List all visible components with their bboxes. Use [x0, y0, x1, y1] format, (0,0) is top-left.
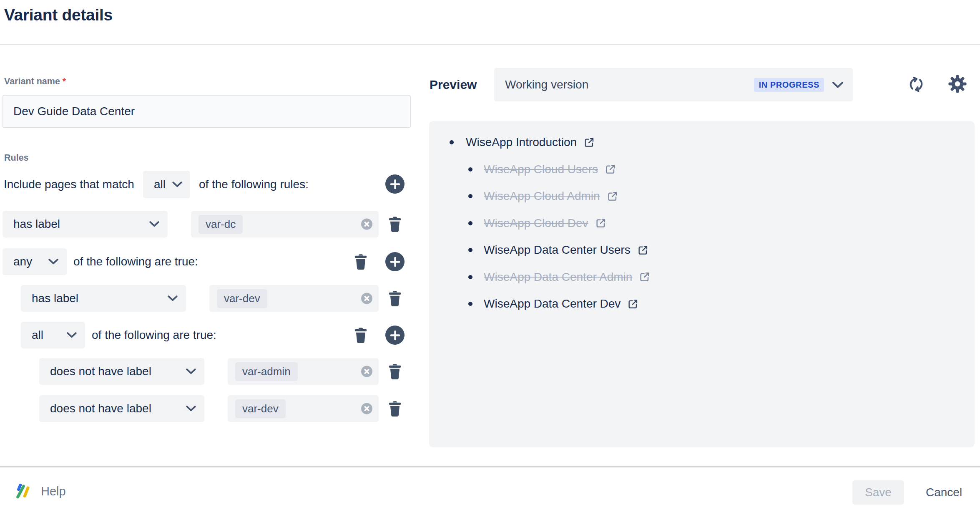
- trash-icon: [388, 400, 402, 418]
- external-link-icon[interactable]: [607, 191, 618, 202]
- bullet-icon: [468, 248, 472, 252]
- rule-group-row: any of the following are true:: [0, 248, 417, 275]
- required-asterisk: *: [63, 76, 66, 86]
- delete-rule-button[interactable]: [387, 215, 402, 234]
- clear-value-button[interactable]: [361, 403, 372, 414]
- external-link-icon[interactable]: [595, 217, 606, 229]
- refresh-icon: [907, 76, 925, 93]
- include-suffix-text: of the following rules:: [199, 178, 309, 191]
- preview-page-item: WiseApp Cloud Admin: [429, 183, 975, 210]
- group-text: of the following are true:: [73, 255, 198, 268]
- footer-divider: [0, 466, 980, 467]
- add-rule-button[interactable]: [385, 174, 405, 194]
- preview-settings-button[interactable]: [947, 74, 967, 94]
- external-link-icon[interactable]: [639, 271, 650, 283]
- external-link-icon[interactable]: [583, 137, 595, 148]
- version-select[interactable]: Working version IN PROGRESS: [494, 68, 853, 101]
- add-nested-rule-button[interactable]: [385, 326, 405, 345]
- bullet-icon: [468, 167, 472, 172]
- group-text: of the following are true:: [92, 328, 216, 342]
- bullet-icon: [468, 221, 472, 225]
- delete-rule-button[interactable]: [387, 400, 402, 418]
- rule-row: does not have label var-dev: [0, 395, 417, 422]
- plus-icon: [390, 331, 400, 340]
- label-tag: var-dc: [199, 215, 243, 234]
- bullet-icon: [450, 140, 454, 144]
- preview-page-item: WiseApp Data Center Admin: [429, 264, 975, 291]
- version-select-value: Working version: [505, 78, 588, 91]
- rule-operator-select[interactable]: has label: [21, 285, 186, 312]
- preview-page-item: WiseApp Cloud Users: [429, 156, 975, 183]
- x-icon: [364, 296, 369, 301]
- trash-icon: [354, 253, 368, 271]
- chevron-down-icon: [832, 81, 844, 88]
- rule-operator-select[interactable]: has label: [3, 211, 168, 237]
- clear-value-button[interactable]: [361, 293, 372, 304]
- chevron-down-icon: [67, 332, 77, 338]
- rule-operator-select[interactable]: does not have label: [39, 395, 204, 422]
- label-tag: var-dev: [217, 289, 267, 308]
- group-mode-select[interactable]: any: [3, 248, 67, 275]
- save-button[interactable]: Save: [852, 480, 904, 505]
- rule-row: does not have label var-admin: [0, 358, 417, 385]
- delete-rule-button[interactable]: [387, 290, 402, 308]
- rule-value-field[interactable]: var-dev: [228, 395, 379, 422]
- rule-value-field[interactable]: var-admin: [228, 358, 379, 385]
- cancel-button[interactable]: Cancel: [920, 480, 968, 505]
- label-tag: var-admin: [235, 362, 298, 381]
- x-icon: [364, 406, 369, 412]
- external-link-icon[interactable]: [627, 298, 638, 310]
- external-link-icon[interactable]: [605, 164, 616, 175]
- help-button[interactable]: Help: [14, 482, 66, 500]
- include-prefix-text: Include pages that match: [4, 178, 134, 191]
- label-tag: var-dev: [235, 399, 286, 418]
- chevron-down-icon: [186, 369, 196, 374]
- gear-icon: [947, 74, 967, 94]
- preview-page-item: WiseApp Introduction: [429, 129, 975, 156]
- help-label: Help: [41, 485, 66, 498]
- add-nested-rule-button[interactable]: [385, 252, 405, 271]
- refresh-preview-button[interactable]: [907, 76, 925, 93]
- rule-row: has label var-dev: [0, 285, 417, 312]
- rule-value-field[interactable]: var-dc: [191, 211, 379, 237]
- delete-group-button[interactable]: [353, 326, 368, 345]
- clear-value-button[interactable]: [361, 219, 372, 230]
- trash-icon: [388, 290, 402, 308]
- preview-page-item: WiseApp Data Center Users: [429, 237, 975, 264]
- rules-section-label: Rules: [4, 153, 29, 163]
- preview-label: Preview: [430, 78, 477, 92]
- x-icon: [364, 369, 369, 374]
- rule-group-row: all of the following are true:: [0, 322, 417, 348]
- trash-icon: [388, 363, 402, 381]
- clear-value-button[interactable]: [361, 366, 372, 377]
- plus-icon: [390, 179, 400, 189]
- delete-group-button[interactable]: [353, 253, 368, 271]
- rule-value-field[interactable]: var-dev: [209, 285, 379, 312]
- rules-top-row: Include pages that match all of the foll…: [4, 170, 309, 199]
- variant-details-dialog: Variant details Variant name* Rules Incl…: [0, 0, 980, 510]
- x-icon: [364, 222, 369, 227]
- external-link-icon[interactable]: [637, 245, 648, 256]
- bullet-icon: [468, 302, 472, 306]
- rule-operator-select[interactable]: does not have label: [39, 358, 204, 385]
- brand-logo-icon: [14, 482, 32, 500]
- bullet-icon: [468, 194, 472, 198]
- header-divider: [0, 44, 980, 45]
- rule-row: has label var-dc: [0, 211, 417, 237]
- preview-page-item: WiseApp Data Center Dev: [429, 290, 975, 318]
- variant-name-input[interactable]: [3, 95, 411, 128]
- chevron-down-icon: [168, 295, 178, 301]
- chevron-down-icon: [172, 182, 182, 187]
- plus-icon: [390, 257, 400, 267]
- bullet-icon: [468, 275, 472, 279]
- match-mode-select[interactable]: all: [143, 171, 190, 198]
- page-title: Variant details: [4, 6, 113, 24]
- chevron-down-icon: [149, 221, 159, 227]
- chevron-down-icon: [186, 406, 196, 412]
- trash-icon: [354, 327, 368, 344]
- trash-icon: [388, 216, 402, 233]
- delete-rule-button[interactable]: [387, 363, 402, 381]
- group-mode-select[interactable]: all: [21, 322, 85, 348]
- chevron-down-icon: [48, 259, 58, 265]
- preview-panel: WiseApp Introduction WiseApp Cloud Users…: [429, 121, 975, 447]
